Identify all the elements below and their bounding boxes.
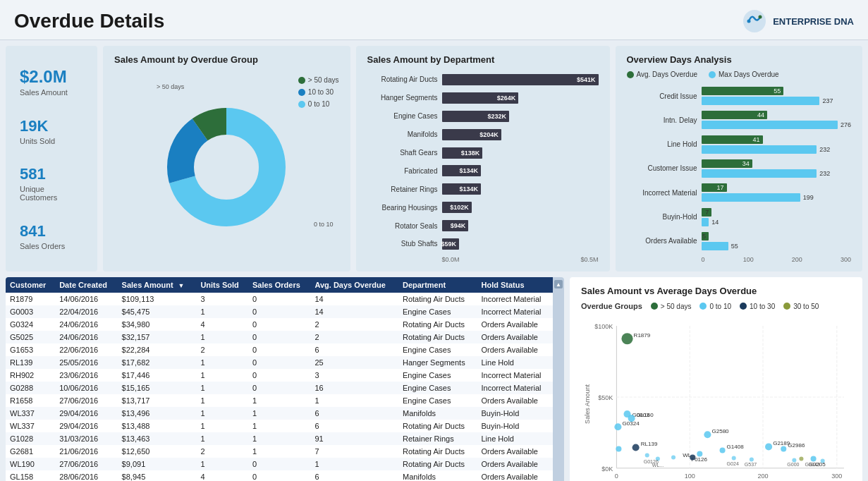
svg-text:G0324: G0324 xyxy=(622,420,640,427)
dept-chart-title: Sales Amount by Department xyxy=(367,54,599,65)
scatter-area: $100K $50K $0K 0 100 200 300 Sales Amoun… xyxy=(581,316,851,481)
svg-point-32 xyxy=(616,446,621,451)
list-item: Stub Shafts $59K xyxy=(367,238,599,250)
dept-panel: Sales Amount by Department Rotating Air … xyxy=(356,46,610,272)
scatter-chart-svg: $100K $50K $0K 0 100 200 300 Sales Amoun… xyxy=(581,316,851,481)
table-row: GL15828/06/2016$8,945406ManifoldsOrders … xyxy=(6,470,553,481)
table-row: G268121/06/2016$12,650217Rotating Air Du… xyxy=(6,445,553,458)
col-date[interactable]: Date Created xyxy=(55,277,117,293)
svg-point-43 xyxy=(781,446,786,451)
overview-title: Overview Days Analysis xyxy=(627,54,852,65)
table-row: WL33729/04/2016$13,496116ManifoldsBuyin-… xyxy=(6,407,553,420)
scroll-up-button[interactable]: ▲ xyxy=(554,280,563,288)
col-dept[interactable]: Department xyxy=(398,277,477,293)
list-item: Retainer Rings $134K xyxy=(367,183,599,195)
logo-icon xyxy=(742,8,767,34)
list-item: Engine Cases $232K xyxy=(367,111,599,122)
logo-text: ENTERPRISE DNA xyxy=(773,16,854,27)
col-avgdays[interactable]: Avg. Days Overdue xyxy=(310,277,398,293)
kpi-sales-orders: 841 Sales Orders xyxy=(20,222,83,250)
kpi-customers-label: Unique Customers xyxy=(20,185,83,202)
svg-point-41 xyxy=(765,443,772,450)
list-item: Bearing Housings $102K xyxy=(367,202,599,213)
table-row: R165827/06/2016$13,717111Engine CasesOrd… xyxy=(6,394,553,407)
svg-point-35 xyxy=(720,447,726,453)
svg-text:RL139: RL139 xyxy=(641,441,658,447)
overview-panel: Overview Days Analysis Avg. Days Overdue… xyxy=(616,46,863,272)
list-item: Rotating Air Ducts $541K xyxy=(367,74,599,85)
data-table: Customer Date Created Sales Amount ▼ Uni… xyxy=(6,277,553,481)
svg-point-50 xyxy=(732,456,736,461)
list-item: Rotator Seals $94K xyxy=(367,220,599,231)
col-orders[interactable]: Sales Orders xyxy=(248,277,310,293)
svg-point-0 xyxy=(743,10,766,32)
table-row: G502524/06/2016$32,157102Rotating Air Du… xyxy=(6,331,553,343)
svg-text:$100K: $100K xyxy=(594,323,613,330)
kpi-units-value: 19K xyxy=(20,117,83,135)
kpi-customers-value: 581 xyxy=(20,165,83,183)
svg-text:G1408: G1408 xyxy=(727,444,745,450)
list-item: Hanger Segments $264K xyxy=(367,92,599,104)
svg-text:G000: G000 xyxy=(787,462,799,467)
svg-text:100: 100 xyxy=(685,473,695,480)
kpi-unique-customers: 581 Unique Customers xyxy=(20,165,83,202)
svg-text:Sales Amount: Sales Amount xyxy=(584,384,591,424)
svg-point-30 xyxy=(632,444,640,451)
table-row: WL19027/06/2016$9,091101Rotating Air Duc… xyxy=(6,458,553,470)
svg-text:G2580: G2580 xyxy=(711,428,729,434)
svg-point-1 xyxy=(747,20,751,23)
table-row: G000322/04/2016$45,4751014Engine CasesIn… xyxy=(6,305,553,318)
table-row: G165322/06/2016$22,284206Engine CasesOrd… xyxy=(6,343,553,356)
svg-point-28 xyxy=(614,423,621,430)
kpi-units-sold: 19K Units Sold xyxy=(20,117,83,145)
svg-text:GL160: GL160 xyxy=(637,412,654,418)
dept-bars: Rotating Air Ducts $541K Hanger Segments… xyxy=(367,71,599,253)
svg-text:$50K: $50K xyxy=(598,394,613,401)
svg-point-53 xyxy=(799,457,803,461)
col-amount[interactable]: Sales Amount ▼ xyxy=(118,277,197,293)
kpi-sales-value: $2.0M xyxy=(20,67,83,87)
svg-text:G537: G537 xyxy=(745,462,757,467)
scatter-legend: Overdue Groups > 50 days 0 to 10 10 to 3… xyxy=(581,302,851,310)
kpi-panel: $2.0M Sales Amount 19K Units Sold 581 Un… xyxy=(6,46,97,272)
scatter-legend-label: Overdue Groups xyxy=(581,302,642,310)
svg-text:$0K: $0K xyxy=(601,465,613,473)
donut-chart xyxy=(163,104,290,231)
overview-legend: Avg. Days Overdue Max Days Overdue xyxy=(627,71,852,78)
scroll-bar[interactable]: ▲ ▼ xyxy=(553,277,564,481)
table-row: G102831/03/2016$13,4631191Retainer Rings… xyxy=(6,432,553,445)
svg-text:WL...: WL... xyxy=(652,463,664,468)
col-customer[interactable]: Customer xyxy=(6,277,55,293)
svg-point-22 xyxy=(621,333,632,344)
donut-legend: > 50 days 10 to 30 0 to 10 xyxy=(298,76,339,108)
scatter-title: Sales Amount vs Average Days Overdue xyxy=(581,286,851,296)
scatter-panel: Sales Amount vs Average Days Overdue Ove… xyxy=(570,277,862,481)
svg-text:0: 0 xyxy=(615,473,618,480)
kpi-orders-value: 841 xyxy=(20,222,83,240)
svg-point-33 xyxy=(704,431,711,438)
svg-text:G024: G024 xyxy=(727,461,739,466)
table-panel: Customer Date Created Sales Amount ▼ Uni… xyxy=(6,277,564,481)
svg-text:WL...: WL... xyxy=(683,452,696,458)
svg-text:R1879: R1879 xyxy=(634,332,651,339)
list-item: Manifolds $204K xyxy=(367,129,599,140)
overview-axis: 0 100 200 300 xyxy=(627,256,852,263)
table-row: R187914/06/2016$109,1133014Rotating Air … xyxy=(6,293,553,305)
svg-text:200: 200 xyxy=(757,473,768,480)
list-item: Shaft Gears $138K xyxy=(367,147,599,159)
logo-area: ENTERPRISE DNA xyxy=(742,8,854,34)
kpi-sales-amount: $2.0M Sales Amount xyxy=(20,67,83,97)
table-row: G028810/06/2016$15,1651016Engine CasesIn… xyxy=(6,382,553,394)
svg-text:G2986: G2986 xyxy=(788,442,805,449)
list-item: Fabricated $134K xyxy=(367,165,599,176)
svg-point-2 xyxy=(759,16,762,19)
svg-point-6 xyxy=(195,135,258,199)
col-units[interactable]: Units Sold xyxy=(196,277,248,293)
svg-text:G3143: G3143 xyxy=(805,462,819,467)
table-row: G032424/06/2016$34,980402Rotating Air Du… xyxy=(6,318,553,331)
kpi-sales-label: Sales Amount xyxy=(20,88,83,97)
table-row: RH90223/06/2016$17,446103Engine CasesInc… xyxy=(6,369,553,382)
col-hold[interactable]: Hold Status xyxy=(477,277,553,293)
svg-point-49 xyxy=(671,456,676,460)
overview-bars: Credit Issue 55 237 Intn. Delay xyxy=(627,84,852,253)
